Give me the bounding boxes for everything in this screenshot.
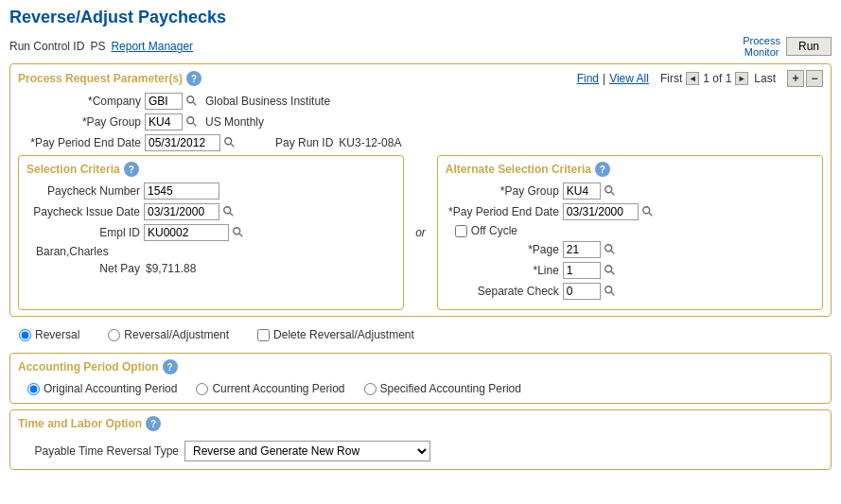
alt-page-lookup[interactable] xyxy=(603,242,618,257)
payable-time-dropdown[interactable]: Reverse and Generate New Row Reverse Onl… xyxy=(184,441,430,461)
company-input[interactable] xyxy=(145,93,183,110)
reversal-adjustment-radio-item[interactable]: Reversal/Adjustment xyxy=(108,328,229,341)
company-name: Global Business Institute xyxy=(205,95,330,108)
separate-check-lookup[interactable] xyxy=(603,284,618,299)
svg-line-15 xyxy=(611,251,614,253)
svg-point-18 xyxy=(605,287,612,293)
empl-id-input[interactable] xyxy=(144,224,229,241)
reversal-radio[interactable] xyxy=(19,329,31,341)
off-cycle-checkbox[interactable] xyxy=(455,225,467,237)
empl-id-label: Empl ID xyxy=(26,226,140,239)
time-labor-help-icon[interactable]: ? xyxy=(146,416,161,431)
current-accounting-radio-item[interactable]: Current Accounting Period xyxy=(196,382,344,395)
original-accounting-label: Original Accounting Period xyxy=(44,382,177,395)
company-label: *Company xyxy=(18,95,141,108)
current-accounting-radio[interactable] xyxy=(196,383,208,395)
run-control-value: PS xyxy=(90,40,105,53)
current-accounting-label: Current Accounting Period xyxy=(212,382,344,395)
page-title: Reverse/Adjust Paychecks xyxy=(9,8,832,27)
reversal-label: Reversal xyxy=(35,328,79,341)
time-labor-title: Time and Labor Option xyxy=(18,417,142,430)
svg-point-6 xyxy=(224,207,231,214)
specified-accounting-radio-item[interactable]: Specified Accounting Period xyxy=(364,382,521,395)
specified-accounting-radio[interactable] xyxy=(364,383,377,395)
alt-page-input[interactable] xyxy=(563,241,601,258)
run-control-label: Run Control ID xyxy=(9,40,84,53)
net-pay-label: Net Pay xyxy=(36,262,140,275)
empl-name: Baran,Charles xyxy=(26,245,395,258)
paycheck-issue-date-lookup[interactable] xyxy=(221,204,237,219)
process-request-title: Process Request Parameter(s) xyxy=(18,72,183,85)
pay-period-lookup-icon[interactable] xyxy=(222,135,237,150)
pay-group-lookup-icon[interactable] xyxy=(184,114,200,130)
reversal-adjustment-label: Reversal/Adjustment xyxy=(124,328,229,341)
svg-line-3 xyxy=(193,123,196,126)
add-row-button[interactable]: + xyxy=(787,70,804,87)
alt-line-lookup[interactable] xyxy=(603,263,618,278)
alt-line-input[interactable] xyxy=(563,262,601,279)
original-accounting-radio[interactable] xyxy=(27,383,40,395)
svg-line-17 xyxy=(611,271,614,274)
delete-reversal-label: Delete Reversal/Adjustment xyxy=(273,328,414,341)
alt-pay-period-label: *Pay Period End Date xyxy=(446,205,559,218)
view-all-link[interactable]: View All xyxy=(609,72,649,85)
svg-line-13 xyxy=(649,213,652,216)
paycheck-number-input[interactable] xyxy=(144,182,219,200)
pay-period-input[interactable] xyxy=(145,134,220,151)
pay-group-input[interactable] xyxy=(145,113,183,130)
next-page-btn[interactable]: ► xyxy=(735,72,748,85)
process-monitor-link[interactable]: Process Monitor xyxy=(743,35,780,58)
svg-point-16 xyxy=(605,266,612,272)
alternate-criteria-help-icon[interactable]: ? xyxy=(595,162,610,177)
alt-pay-group-label: *Pay Group xyxy=(446,184,559,198)
paycheck-issue-date-input[interactable] xyxy=(144,203,219,220)
svg-point-10 xyxy=(605,186,612,193)
reversal-adjustment-radio[interactable] xyxy=(108,329,120,341)
run-button[interactable]: Run xyxy=(786,37,832,56)
find-link[interactable]: Find xyxy=(577,72,599,85)
selection-criteria-help-icon[interactable]: ? xyxy=(124,162,139,177)
svg-point-12 xyxy=(643,207,650,214)
pay-run-id-value: KU3-12-08A xyxy=(339,136,401,149)
original-accounting-radio-item[interactable]: Original Accounting Period xyxy=(27,382,177,395)
svg-point-2 xyxy=(187,117,194,124)
svg-line-19 xyxy=(611,292,614,295)
svg-line-9 xyxy=(239,234,242,236)
svg-line-1 xyxy=(193,102,196,105)
svg-line-11 xyxy=(611,192,614,195)
svg-point-4 xyxy=(225,138,232,145)
alt-pay-period-lookup[interactable] xyxy=(640,204,656,219)
alt-pay-period-input[interactable] xyxy=(563,203,639,220)
company-lookup-icon[interactable] xyxy=(184,94,200,109)
alt-pay-group-lookup[interactable] xyxy=(603,183,618,199)
off-cycle-label: Off Cycle xyxy=(471,224,517,237)
reversal-radio-item[interactable]: Reversal xyxy=(19,328,79,341)
alt-page-label: *Page xyxy=(446,243,559,256)
accounting-period-title: Accounting Period Option xyxy=(18,360,159,374)
svg-point-14 xyxy=(605,245,612,252)
alt-pay-group-input[interactable] xyxy=(563,182,601,200)
accounting-period-help-icon[interactable]: ? xyxy=(163,359,178,374)
empl-id-lookup[interactable] xyxy=(231,225,246,240)
svg-point-0 xyxy=(187,96,194,103)
prev-page-btn[interactable]: ◄ xyxy=(686,72,699,85)
report-manager-link[interactable]: Report Manager xyxy=(111,40,193,53)
alt-line-label: *Line xyxy=(446,264,559,277)
alternate-criteria-title: Alternate Selection Criteria xyxy=(446,163,591,176)
delete-reversal-checkbox[interactable] xyxy=(257,329,270,341)
payable-time-label: Payable Time Reversal Type xyxy=(27,444,179,458)
svg-point-8 xyxy=(234,228,240,235)
pay-period-label: *Pay Period End Date xyxy=(18,136,141,149)
delete-row-button[interactable]: − xyxy=(806,70,823,87)
paycheck-number-label: Paycheck Number xyxy=(26,184,140,198)
or-separator: or xyxy=(412,155,429,310)
net-pay-value: $9,711.88 xyxy=(146,262,196,275)
delete-reversal-container: Delete Reversal/Adjustment xyxy=(257,328,414,341)
paycheck-issue-date-label: Paycheck Issue Date xyxy=(26,205,140,218)
separate-check-label: Separate Check xyxy=(446,285,559,298)
process-request-help-icon[interactable]: ? xyxy=(186,71,201,86)
svg-line-5 xyxy=(231,144,234,147)
svg-line-7 xyxy=(230,213,233,216)
pay-run-id-label: Pay Run ID xyxy=(275,136,333,149)
separate-check-input[interactable] xyxy=(563,283,601,300)
